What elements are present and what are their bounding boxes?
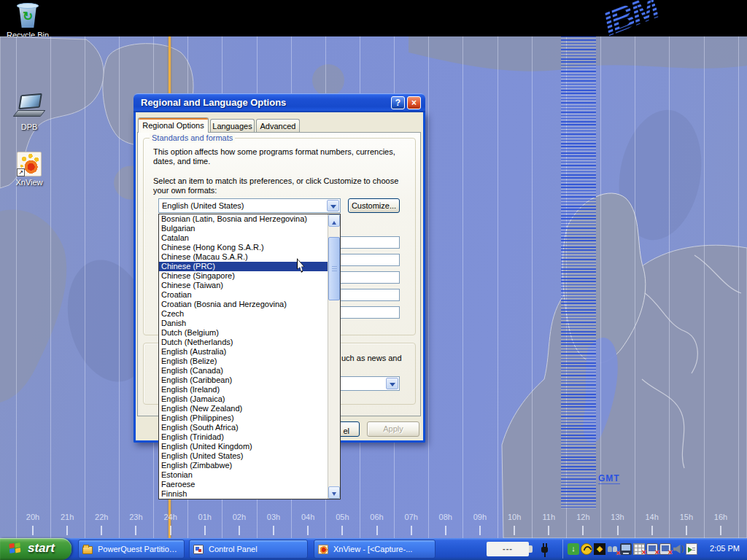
power-plug-icon[interactable]	[539, 543, 549, 555]
timezone-hour-label: 09h	[465, 513, 495, 521]
timezone-tick	[341, 526, 343, 535]
language-bar-icon[interactable]	[686, 543, 697, 555]
format-combobox[interactable]: English (United States)	[158, 198, 341, 213]
desktop-icon-label: XnView	[6, 178, 53, 187]
power-icon[interactable]: ↓	[568, 543, 579, 555]
language-list-item[interactable]: English (Philippines)	[159, 413, 340, 423]
taskbar-button[interactable]: XnView - [<Capture-...	[314, 540, 436, 559]
scrollbar-down-arrow-icon[interactable]	[328, 486, 340, 499]
network-icon[interactable]	[620, 543, 632, 555]
ibm-logo: IBM	[597, 0, 663, 36]
display-disconnected-icon[interactable]: ×	[646, 543, 658, 555]
list-scrollbar[interactable]	[328, 214, 340, 499]
language-list-item[interactable]: English (United States)	[159, 451, 340, 461]
desktop-icon-dpb[interactable]: DPB	[6, 93, 53, 131]
language-list-item[interactable]: Danish	[159, 319, 340, 328]
gmt-label: GMT	[598, 473, 620, 484]
language-list-item[interactable]: English (Belize)	[159, 357, 340, 366]
timezone-line	[600, 36, 601, 538]
close-button[interactable]: ×	[407, 96, 421, 109]
language-list-item[interactable]: Finnish	[159, 489, 340, 499]
tab-languages[interactable]: Languages	[210, 119, 255, 133]
language-list-item[interactable]: English (Zimbabwe)	[159, 461, 340, 470]
help-button[interactable]: ?	[391, 96, 405, 109]
scrollbar-up-arrow-icon[interactable]	[328, 214, 340, 227]
phone-agent-icon[interactable]	[581, 543, 592, 555]
language-list-item[interactable]: Chinese (Hong Kong S.A.R.)	[159, 243, 340, 252]
combobox-dropdown-arrow-icon[interactable]	[386, 378, 398, 389]
volume-icon[interactable]	[673, 543, 684, 555]
timezone-tick	[273, 526, 274, 535]
timezone-tick	[582, 526, 584, 535]
timezone-hour-label: 11h	[534, 513, 563, 521]
timezone-tick	[514, 526, 515, 535]
language-list-item[interactable]: Dutch (Belgium)	[159, 328, 340, 338]
gmt-meridian-band	[561, 36, 596, 509]
remote-display-error-icon[interactable]: ×	[659, 543, 671, 555]
users-offline-icon[interactable]: ×	[607, 543, 619, 555]
timezone-tick	[66, 526, 68, 535]
language-list-item[interactable]: Czech	[159, 309, 340, 319]
windows-flag-icon	[9, 542, 22, 555]
language-list-item[interactable]: English (Jamaica)	[159, 394, 340, 404]
timezone-hour-label: 21h	[53, 513, 82, 521]
language-list-item[interactable]: English (Caribbean)	[159, 376, 340, 385]
taskbar-button[interactable]: Control Panel	[189, 540, 308, 559]
language-list-item[interactable]: Croatian (Bosnia and Herzegovina)	[159, 300, 340, 309]
timezone-tick	[239, 526, 240, 535]
combobox-dropdown-arrow-icon[interactable]	[327, 200, 339, 211]
language-list-item[interactable]: Chinese (Singapore)	[159, 271, 340, 281]
timezone-tick	[135, 526, 136, 535]
language-list-item[interactable]: English (Canada)	[159, 366, 340, 376]
language-list-item[interactable]: English (Australia)	[159, 347, 340, 357]
timezone-line	[85, 36, 85, 538]
language-list-item[interactable]: Bulgarian	[159, 224, 340, 233]
apply-button[interactable]: Apply	[367, 421, 419, 437]
desktop-icon-xnview[interactable]: ↗ XnView	[6, 152, 53, 187]
mouse-cursor	[297, 258, 306, 273]
language-list-item[interactable]: Faeroese	[159, 480, 340, 489]
timezone-line	[119, 36, 120, 538]
language-list-item[interactable]: English (Ireland)	[159, 385, 340, 394]
language-list-item[interactable]: English (New Zealand)	[159, 404, 340, 413]
timezone-hour-label: 13h	[603, 513, 632, 521]
timezone-tick	[479, 526, 481, 535]
language-list-item[interactable]: Catalan	[159, 233, 340, 243]
tray-divider	[562, 540, 563, 559]
language-list-item[interactable]: Chinese (PRC)	[159, 262, 340, 271]
tab-advanced[interactable]: Advanced	[256, 119, 300, 133]
start-button[interactable]: start	[0, 538, 71, 560]
dialog-titlebar[interactable]: Regional and Language Options ? ×	[133, 93, 425, 112]
language-list-item[interactable]: English (South Africa)	[159, 423, 340, 432]
desktop-icon-label: Recycle Bin	[4, 31, 51, 36]
timezone-line	[635, 36, 635, 538]
battery-meter[interactable]: ---	[487, 542, 529, 556]
language-list-item[interactable]: Estonian	[159, 470, 340, 480]
tab-regional-options[interactable]: Regional Options	[138, 117, 209, 133]
language-list-item[interactable]: Bosnian (Latin, Bosnia and Herzegovina)	[159, 214, 340, 224]
language-list-item[interactable]: Chinese (Macau S.A.R.)	[159, 252, 340, 262]
timezone-hour-label: 05h	[328, 513, 357, 521]
timezone-hour-label: 02h	[225, 513, 254, 521]
language-list-item[interactable]: English (Trinidad)	[159, 432, 340, 442]
language-list-item[interactable]: Croatian	[159, 290, 340, 300]
timezone-hour-label: 08h	[431, 513, 460, 521]
recycle-bin-icon: ↻	[17, 3, 39, 29]
timezone-hour-label: 07h	[397, 513, 426, 521]
language-list-item[interactable]: Dutch (Netherlands)	[159, 338, 340, 347]
norton-icon[interactable]: ◆	[594, 543, 605, 555]
customize-button[interactable]: Customize...	[348, 198, 400, 213]
timezone-tick	[170, 526, 171, 535]
folder-icon	[82, 546, 93, 554]
xnview-icon: ↗	[17, 152, 42, 176]
scrollbar-thumb[interactable]	[328, 237, 340, 300]
language-list-item[interactable]: Chinese (Taiwan)	[159, 281, 340, 290]
timezone-tick	[204, 526, 206, 535]
video-grid-error-icon[interactable]: ×	[633, 543, 645, 555]
language-list-item[interactable]: English (United Kingdom)	[159, 442, 340, 451]
dialog-title: Regional and Language Options	[141, 97, 286, 108]
desktop-icon-recycle-bin[interactable]: ↻ Recycle Bin	[4, 3, 51, 36]
taskbar-button[interactable]: PowerQuest Partition...	[78, 540, 185, 559]
cancel-button-visible-text: el	[343, 424, 349, 438]
timezone-tick	[548, 526, 549, 535]
